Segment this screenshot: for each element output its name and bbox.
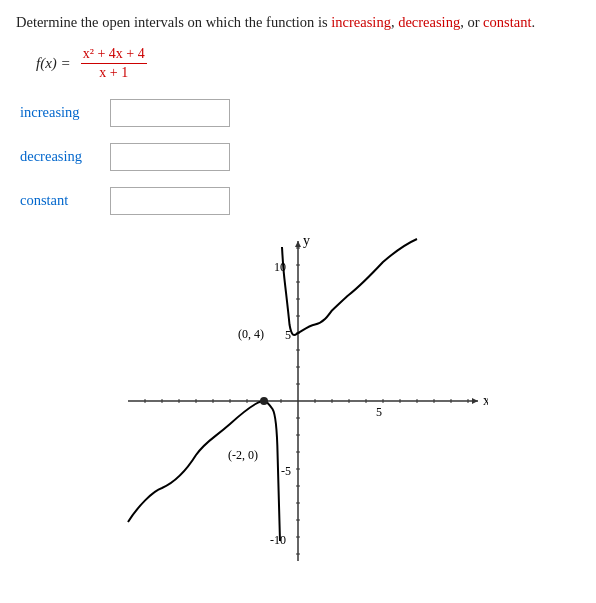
increasing-input[interactable] bbox=[110, 99, 230, 127]
x-label-5: 5 bbox=[376, 405, 382, 419]
label-0-4: (0, 4) bbox=[238, 327, 264, 341]
decreasing-label: decreasing bbox=[20, 148, 110, 165]
question-text: Determine the open intervals on which th… bbox=[16, 12, 580, 34]
x-axis-label: x bbox=[483, 393, 488, 408]
graph-container: x y 10 5 -5 -10 5 (-2, 0) (0, 4) bbox=[108, 231, 488, 571]
graph-svg: x y 10 5 -5 -10 5 (-2, 0) (0, 4) bbox=[108, 231, 488, 571]
numerator: x² + 4x + 4 bbox=[81, 46, 147, 64]
point-neg2-0 bbox=[260, 397, 268, 405]
constant-input[interactable] bbox=[110, 187, 230, 215]
constant-label: constant bbox=[20, 192, 110, 209]
curve-left bbox=[128, 401, 280, 541]
y-label-neg5: -5 bbox=[281, 464, 291, 478]
y-axis-label: y bbox=[303, 233, 310, 248]
curve-right bbox=[282, 239, 417, 335]
y-label-neg10: -10 bbox=[270, 533, 286, 547]
highlight-increasing: increasing bbox=[331, 14, 391, 30]
denominator: x + 1 bbox=[97, 64, 130, 81]
svg-marker-40 bbox=[295, 241, 301, 247]
increasing-label: increasing bbox=[20, 104, 110, 121]
highlight-decreasing: decreasing bbox=[398, 14, 460, 30]
increasing-row: increasing bbox=[20, 99, 580, 127]
decreasing-row: decreasing bbox=[20, 143, 580, 171]
highlight-constant: constant bbox=[483, 14, 531, 30]
function-fraction: x² + 4x + 4 x + 1 bbox=[81, 46, 147, 81]
constant-row: constant bbox=[20, 187, 580, 215]
function-label: f(x) = bbox=[36, 55, 71, 72]
decreasing-input[interactable] bbox=[110, 143, 230, 171]
svg-marker-39 bbox=[472, 398, 478, 404]
function-display: f(x) = x² + 4x + 4 x + 1 bbox=[36, 46, 580, 81]
label-neg2-0: (-2, 0) bbox=[228, 448, 258, 462]
